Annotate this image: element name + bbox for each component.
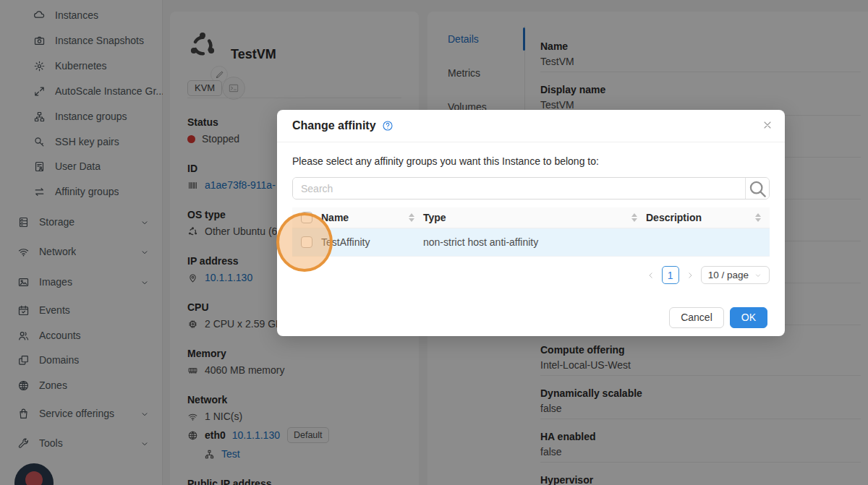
ok-button[interactable]: OK [730, 307, 767, 328]
search-input[interactable] [293, 178, 745, 199]
page-size-select[interactable]: 10 / page [701, 266, 770, 284]
modal-body: Please select any affinity groups you wa… [277, 142, 785, 284]
cell-name: TestAffinity [321, 236, 423, 248]
search-icon[interactable] [745, 178, 769, 199]
current-page-button[interactable]: 1 [662, 266, 679, 284]
modal-footer: Cancel OK [277, 299, 785, 336]
pagination: 1 10 / page [292, 266, 770, 284]
page-size-value: 10 / page [708, 270, 749, 280]
app-root: InstancesInstance SnapshotsKubernetesAut… [0, 0, 868, 485]
column-header-type[interactable]: Type [423, 212, 646, 223]
next-page-button[interactable] [685, 270, 695, 280]
prev-page-button[interactable] [646, 270, 656, 280]
select-all-checkbox[interactable] [301, 212, 312, 223]
row-checkbox[interactable] [301, 236, 312, 248]
sort-carets-icon[interactable] [631, 213, 637, 222]
cancel-button[interactable]: Cancel [669, 307, 724, 328]
sort-carets-icon[interactable] [755, 213, 761, 222]
close-icon[interactable] [762, 119, 773, 131]
chevron-down-icon [754, 271, 762, 280]
table-header-row: NameTypeDescription [292, 207, 770, 228]
table-row[interactable]: TestAffinitynon-strict host anti-affinit… [292, 228, 770, 257]
modal-prompt: Please select any affinity groups you wa… [292, 155, 770, 167]
modal-header: Change affinity [277, 110, 785, 142]
cell-type: non-strict host anti-affinity [423, 236, 646, 248]
change-affinity-modal: Change affinity Please select any affini… [277, 110, 785, 336]
column-header-description[interactable]: Description [646, 212, 770, 223]
modal-title: Change affinity [292, 119, 376, 132]
affinity-groups-table: NameTypeDescriptionTestAffinitynon-stric… [292, 207, 770, 257]
sort-carets-icon[interactable] [409, 213, 414, 222]
column-header-name[interactable]: Name [321, 212, 423, 223]
search-box [292, 177, 770, 199]
question-circle-icon[interactable] [382, 120, 393, 132]
